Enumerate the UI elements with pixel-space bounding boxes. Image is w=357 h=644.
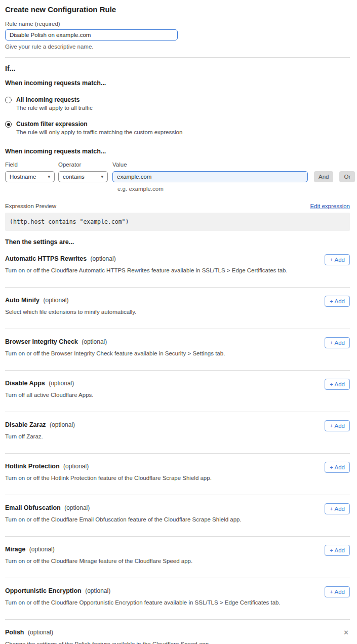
value-input[interactable] (112, 171, 308, 182)
add-setting-button[interactable]: + Add (325, 586, 350, 597)
setting-title: Mirage (5, 546, 25, 553)
setting-title: Email Obfuscation (5, 504, 61, 511)
setting-title: Disable Apps (5, 380, 45, 387)
radio-option-description: The rule will apply to all traffic (16, 104, 93, 111)
setting-optional-tag: (optional) (91, 255, 116, 262)
setting-optional-tag: (optional) (82, 338, 107, 345)
radio-option-all-requests[interactable]: All incoming requests The rule will appl… (5, 96, 350, 111)
section-divider (5, 57, 350, 58)
setting-optional-tag: (optional) (44, 297, 69, 304)
rule-name-input[interactable] (5, 29, 178, 41)
setting-optional-tag: (optional) (49, 380, 74, 387)
setting-description: Select which file extensions to minify a… (5, 308, 136, 315)
setting-description: Turn on or off the Cloudflare Mirage fea… (5, 557, 192, 565)
if-heading: If... (5, 65, 350, 72)
chevron-down-icon: ▾ (101, 174, 103, 179)
add-setting-button[interactable]: + Add (325, 379, 350, 390)
value-help-text: e.g. example.com (117, 185, 350, 192)
settings-list: Automatic HTTPS Rewrites (optional) Turn… (5, 246, 350, 644)
setting-title: Hotlink Protection (5, 463, 60, 470)
setting-row: Automatic HTTPS Rewrites (optional) Turn… (5, 246, 350, 288)
setting-title: Auto Minify (5, 297, 39, 304)
setting-row: Auto Minify (optional) Select which file… (5, 288, 350, 329)
field-select[interactable]: Hostname ▾ (5, 171, 55, 182)
setting-title: Automatic HTTPS Rewrites (5, 255, 87, 262)
add-setting-button[interactable]: + Add (325, 503, 350, 514)
setting-row: Disable Apps (optional) Turn off all act… (5, 371, 350, 412)
setting-description: Turn on or off the Cloudflare Email Obfu… (5, 516, 242, 523)
setting-title: Polish (5, 629, 24, 636)
rule-name-help-text: Give your rule a descriptive name. (5, 43, 350, 50)
setting-description: Turn on or off the Browser Integrity Che… (5, 350, 225, 357)
setting-row: Opportunistic Encryption (optional) Turn… (5, 578, 350, 620)
setting-optional-tag: (optional) (85, 587, 110, 594)
expression-preview-label: Expression Preview (5, 203, 56, 209)
setting-title: Opportunistic Encryption (5, 587, 82, 594)
setting-optional-tag: (optional) (64, 504, 90, 511)
setting-description: Turn on or off the Cloudflare Opportunis… (5, 599, 281, 606)
and-button[interactable]: And (314, 171, 333, 182)
expression-preview-header: Expression Preview Edit expression (5, 203, 350, 209)
setting-row: Email Obfuscation (optional) Turn on or … (5, 495, 350, 537)
add-setting-button[interactable]: + Add (325, 254, 350, 265)
setting-title: Disable Zaraz (5, 421, 46, 428)
or-button[interactable]: Or (339, 171, 355, 182)
radio-option-label: Custom filter expression (16, 120, 182, 128)
operator-select[interactable]: contains ▾ (58, 171, 108, 182)
radio-button-icon (5, 97, 12, 103)
chevron-down-icon: ▾ (48, 174, 50, 179)
matcher-heading: When incoming requests match... (5, 148, 350, 155)
then-settings-heading: Then the settings are... (5, 238, 350, 246)
expression-code-preview: (http.host contains "example.com") (5, 213, 350, 231)
setting-description: Turn on or off the Cloudflare Automatic … (5, 267, 288, 274)
setting-row: Mirage (optional) Turn on or off the Clo… (5, 537, 350, 578)
add-setting-button[interactable]: + Add (325, 337, 350, 348)
add-setting-button[interactable]: + Add (325, 545, 350, 556)
add-setting-button[interactable]: + Add (325, 296, 350, 307)
value-label: Value (112, 161, 308, 168)
close-icon[interactable]: ✕ (342, 628, 350, 637)
setting-optional-tag: (optional) (28, 629, 53, 636)
radio-option-label: All incoming requests (16, 96, 93, 104)
setting-title: Browser Integrity Check (5, 338, 78, 345)
expression-builder-row: Field Hostname ▾ Operator contains ▾ Val… (5, 161, 350, 182)
setting-optional-tag: (optional) (50, 421, 75, 428)
setting-row: Hotlink Protection (optional) Turn on or… (5, 454, 350, 495)
field-select-value: Hostname (10, 174, 36, 180)
radio-option-description: The rule will only apply to traffic matc… (16, 129, 182, 136)
edit-expression-link[interactable]: Edit expression (310, 203, 350, 209)
add-setting-button[interactable]: + Add (325, 420, 350, 431)
radio-button-icon (5, 121, 12, 128)
setting-row: Polish (optional) Change the settings of… (5, 620, 350, 644)
radio-option-custom-expression[interactable]: Custom filter expression The rule will o… (5, 120, 350, 136)
page-title: Create new Configuration Rule (5, 5, 350, 14)
operator-select-value: contains (63, 174, 85, 180)
setting-row: Browser Integrity Check (optional) Turn … (5, 329, 350, 371)
setting-optional-tag: (optional) (63, 463, 89, 470)
incoming-requests-heading: When incoming requests match... (5, 79, 350, 87)
create-configuration-rule-page: Create new Configuration Rule Rule name … (0, 0, 357, 644)
setting-row: Disable Zaraz (optional) Turn off Zaraz.… (5, 412, 350, 454)
add-setting-button[interactable]: + Add (325, 462, 350, 473)
setting-optional-tag: (optional) (29, 546, 55, 553)
setting-description: Turn on or off the Hotlink Protection fe… (5, 474, 212, 481)
operator-label: Operator (58, 161, 108, 168)
setting-description: Turn off all active Cloudflare Apps. (5, 391, 94, 398)
setting-description: Change the settings of the Polish featur… (5, 640, 210, 644)
field-label: Field (5, 161, 55, 168)
setting-description: Turn off Zaraz. (5, 433, 75, 440)
rule-name-label: Rule name (required) (5, 20, 350, 27)
